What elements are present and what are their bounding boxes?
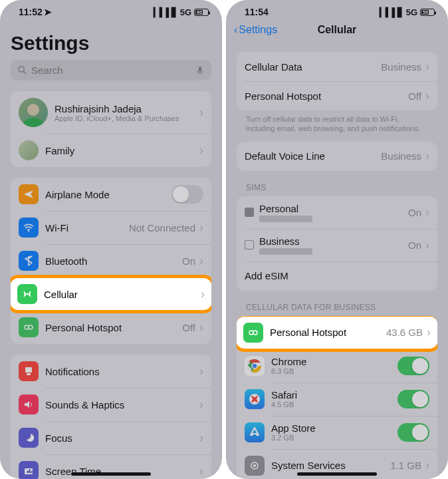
- family-label: Family: [45, 145, 199, 156]
- sounds-icon: [19, 395, 39, 414]
- svg-point-26: [253, 464, 256, 467]
- chevron-icon: ›: [199, 398, 203, 412]
- chrome-icon: [245, 356, 265, 376]
- chevron-icon: ›: [199, 431, 203, 445]
- connectivity-group: Airplane Mode Wi-Fi Not Connected › Blue…: [11, 178, 211, 344]
- svg-point-5: [28, 231, 29, 232]
- nav-bar: ‹Settings Cellular: [226, 20, 448, 41]
- status-bar: 11:52➤ ▎▍▌▋ 5G 60: [0, 0, 222, 20]
- svg-point-18: [249, 331, 253, 335]
- profile-name: Rushirajsinh Jadeja: [55, 103, 199, 114]
- add-esim-row[interactable]: Add eSIM: [237, 261, 437, 291]
- sims-header: SIMs: [246, 183, 437, 192]
- svg-point-19: [253, 331, 257, 335]
- chrome-row[interactable]: Chrome 8.3 GB: [237, 349, 437, 383]
- sim-personal-row[interactable]: Personal On ›: [237, 196, 437, 229]
- chrome-toggle[interactable]: [397, 357, 429, 375]
- focus-icon: [19, 428, 39, 448]
- chevron-icon: ›: [199, 321, 203, 335]
- blurred-number: [259, 216, 312, 222]
- svg-point-7: [25, 325, 29, 329]
- sounds-row[interactable]: Sounds & Haptics ›: [11, 388, 211, 421]
- family-avatar: [19, 140, 39, 160]
- chevron-icon: ›: [425, 458, 429, 472]
- svg-point-4: [23, 118, 44, 127]
- bluetooth-icon: [19, 251, 39, 271]
- profile-group: Rushirajsinh Jadeja Apple ID, iCloud+, M…: [11, 91, 211, 167]
- hotspot-row[interactable]: Personal Hotspot Off ›: [237, 81, 437, 110]
- cellular-screen: 11:54 ▎▍▌▋ 5G 59 ‹Settings Cellular Cell…: [226, 0, 448, 479]
- search-field[interactable]: [11, 60, 211, 80]
- chevron-icon: ›: [425, 149, 429, 163]
- svg-point-8: [29, 325, 33, 329]
- blurred-number: [259, 248, 312, 255]
- safari-row[interactable]: Safari 4.5 GB: [237, 383, 437, 416]
- svg-rect-10: [27, 373, 31, 375]
- data-usage-group: Personal Hotspot 43.6 GB › Chrome 8.3 GB…: [237, 316, 437, 479]
- chevron-icon: ›: [427, 325, 431, 339]
- network-label: 5G: [406, 7, 417, 17]
- appstore-icon: [245, 422, 265, 442]
- svg-point-3: [27, 104, 39, 116]
- chevron-icon: ›: [199, 464, 203, 478]
- svg-line-1: [23, 71, 26, 74]
- svg-rect-9: [25, 367, 32, 373]
- wifi-row[interactable]: Wi-Fi Not Connected ›: [11, 211, 211, 244]
- search-input[interactable]: [31, 65, 191, 76]
- personal-hotspot-data-row[interactable]: Personal Hotspot 43.6 GB ›: [237, 316, 437, 349]
- chevron-icon: ›: [201, 287, 205, 301]
- screentime-icon: [19, 461, 39, 479]
- back-button[interactable]: ‹Settings: [234, 24, 277, 36]
- location-icon: ➤: [44, 7, 52, 17]
- focus-row[interactable]: Focus ›: [11, 421, 211, 454]
- page-title: Settings: [11, 32, 211, 55]
- chevron-left-icon: ‹: [234, 24, 237, 36]
- appstore-row[interactable]: App Store 3.2 GB: [237, 416, 437, 449]
- search-icon: [17, 65, 27, 75]
- cellular-highlight: Cellular ›: [11, 277, 211, 311]
- sim-icon: [245, 208, 254, 217]
- notifications-row[interactable]: Notifications ›: [11, 355, 211, 388]
- sim-business-row[interactable]: Business On ›: [237, 229, 437, 261]
- chevron-icon: ›: [199, 254, 203, 268]
- cellular-data-row[interactable]: Cellular Data Business ›: [237, 52, 437, 81]
- chevron-icon: ›: [425, 60, 429, 74]
- home-indicator[interactable]: [71, 472, 151, 476]
- home-indicator[interactable]: [297, 472, 377, 476]
- family-row[interactable]: Family ›: [11, 134, 211, 167]
- voice-line-row[interactable]: Default Voice Line Business ›: [237, 142, 437, 171]
- sims-group: Personal On › Business On › Add eSIM: [237, 196, 437, 291]
- svg-point-6: [27, 293, 29, 295]
- bluetooth-row[interactable]: Bluetooth On ›: [11, 244, 211, 277]
- status-time: 11:52➤: [19, 7, 52, 17]
- airplane-toggle[interactable]: [171, 185, 203, 204]
- safari-toggle[interactable]: [397, 390, 429, 408]
- status-bar: 11:54 ▎▍▌▋ 5G 59: [226, 0, 448, 20]
- airplane-icon: [19, 184, 39, 204]
- sim-icon: [245, 240, 254, 249]
- battery-icon: 59: [420, 9, 435, 16]
- appstore-toggle[interactable]: [397, 423, 429, 442]
- signal-icon: ▎▍▌▋: [380, 7, 403, 17]
- wifi-icon: [19, 218, 39, 238]
- gear-icon: [245, 456, 265, 476]
- cellular-row[interactable]: Cellular ›: [11, 277, 211, 311]
- chevron-icon: ›: [199, 221, 203, 235]
- footer-note: Turn off cellular data to restrict all d…: [246, 114, 428, 134]
- status-time: 11:54: [245, 7, 269, 17]
- chevron-icon: ›: [199, 106, 203, 120]
- apple-id-row[interactable]: Rushirajsinh Jadeja Apple ID, iCloud+, M…: [11, 91, 211, 134]
- settings-screen: 11:52➤ ▎▍▌▋ 5G 60 Settings Rushirajsinh …: [0, 0, 222, 479]
- chevron-icon: ›: [425, 89, 429, 103]
- airplane-row[interactable]: Airplane Mode: [11, 178, 211, 211]
- hotspot-icon: [243, 323, 263, 343]
- mic-icon: [195, 66, 205, 75]
- hotspot-row[interactable]: Personal Hotspot Off ›: [11, 311, 211, 344]
- chevron-icon: ›: [199, 144, 203, 158]
- cellular-icon: [17, 284, 37, 304]
- personal-hotspot-highlight: Personal Hotspot 43.6 GB ›: [237, 316, 437, 349]
- svg-rect-2: [199, 67, 201, 72]
- voice-group: Default Voice Line Business ›: [237, 142, 437, 171]
- data-header: CELLULAR DATA FOR BUSINESS: [246, 303, 437, 312]
- notifications-group: Notifications › Sounds & Haptics › Focus…: [11, 355, 211, 479]
